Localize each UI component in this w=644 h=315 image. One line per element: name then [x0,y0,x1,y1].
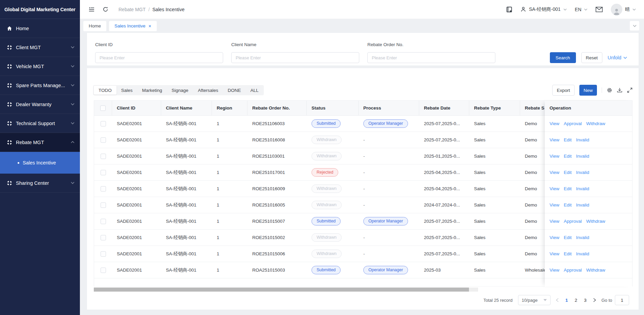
sidebar-item-sharing-center[interactable]: Sharing Center [0,174,80,193]
sidebar-item-spare-parts[interactable]: Spare Parts Manage... [0,76,80,95]
fullscreen-icon[interactable] [627,87,632,93]
prev-page-button[interactable] [556,298,559,302]
view-link[interactable]: View [550,186,559,191]
withdraw-link[interactable]: Withdraw [586,219,605,224]
view-link[interactable]: View [550,154,559,159]
edit-link[interactable]: Edit [564,154,572,159]
sidebar-item-rebate-mgt[interactable]: Rebate MGT [0,133,80,152]
sidebar-item-home[interactable]: Home [0,19,80,38]
invalid-link[interactable]: Invalid [576,235,589,240]
tab-home[interactable]: Home [83,21,106,31]
chevron-down-icon [584,8,587,11]
withdraw-link[interactable]: Withdraw [586,121,605,126]
page-size-select[interactable]: 10/page [518,295,551,305]
goto-page-input[interactable] [615,295,629,305]
view-link[interactable]: View [550,137,559,142]
cell-value: SA-经销商-001 [161,181,212,197]
cell-value: 1 [212,181,248,197]
language-switcher[interactable]: EN [575,7,587,12]
view-link[interactable]: View [550,235,559,240]
filter-todo[interactable]: TODO [94,86,116,95]
view-link[interactable]: View [550,202,559,208]
row-checkbox[interactable] [101,154,106,159]
scrollbar-thumb[interactable] [94,288,469,292]
invalid-link[interactable]: Invalid [576,186,589,191]
new-button[interactable]: New [579,85,597,96]
row-checkbox[interactable] [101,121,106,126]
row-checkbox[interactable] [101,268,106,273]
view-link[interactable]: View [550,268,559,273]
data-table: Client ID Client Name Region Rebate Orde… [94,100,632,287]
invalid-link[interactable]: Invalid [576,251,589,256]
page-tab-bar: Home Sales Incentive × [80,19,644,33]
sidebar-item-technical-support[interactable]: Technical Support [0,114,80,133]
rebate-order-no-input[interactable] [367,52,495,63]
cell-value: SADE02001 [112,262,161,278]
invalid-link[interactable]: Invalid [576,170,589,175]
filter-aftersales[interactable]: Aftersales [193,86,223,95]
search-button[interactable]: Search [550,52,576,63]
unfold-toggle[interactable]: Unfold [608,55,627,60]
filter-marketing[interactable]: Marketing [137,86,167,95]
filter-sales[interactable]: Sales [116,86,137,95]
approval-link[interactable]: Approval [564,121,582,126]
edit-link[interactable]: Edit [564,137,572,142]
row-checkbox[interactable] [101,202,106,208]
approval-link[interactable]: Approval [564,268,582,273]
edit-link[interactable]: Edit [564,251,572,256]
edit-link[interactable]: Edit [564,202,572,208]
reset-button[interactable]: Reset [581,52,602,63]
download-icon[interactable] [617,87,622,93]
status-badge: Withdrawn [312,184,342,193]
export-button[interactable]: Export [552,85,575,96]
page-1[interactable]: 1 [565,298,568,303]
menu-fold-icon[interactable] [89,7,94,12]
invalid-link[interactable]: Invalid [576,202,589,208]
operation-row: ViewEditInvalid [545,181,632,197]
mail-icon[interactable] [596,7,603,12]
edit-link[interactable]: Edit [564,186,572,191]
total-records: Total 25 record [484,298,513,303]
row-checkbox[interactable] [101,170,106,175]
gear-icon[interactable] [607,87,612,93]
view-link[interactable]: View [550,219,559,224]
view-link[interactable]: View [550,170,559,175]
invalid-link[interactable]: Invalid [576,154,589,159]
sidebar-subitem-sales-incentive[interactable]: Sales Incentive [0,152,80,174]
filter-signage[interactable]: Signage [167,86,193,95]
row-checkbox[interactable] [101,219,106,224]
process-empty: - [363,154,365,159]
filter-all[interactable]: ALL [245,86,263,95]
close-icon[interactable]: × [149,23,151,29]
view-link[interactable]: View [550,121,559,126]
view-link[interactable]: View [550,251,559,256]
withdraw-link[interactable]: Withdraw [586,268,605,273]
edit-link[interactable]: Edit [564,170,572,175]
next-page-button[interactable] [593,298,596,302]
select-all-checkbox[interactable] [100,105,106,111]
sidebar-item-vehicle-mgt[interactable]: Vehicle MGT [0,57,80,76]
sidebar-item-client-mgt[interactable]: Client MGT [0,38,80,57]
approval-link[interactable]: Approval [564,219,582,224]
refresh-icon[interactable] [103,6,108,12]
edit-link[interactable]: Edit [564,235,572,240]
breadcrumb-parent[interactable]: Rebate MGT [119,7,146,12]
sidebar-item-dealer-warranty[interactable]: Dealer Warranty [0,95,80,114]
invalid-link[interactable]: Invalid [576,137,589,142]
filter-done[interactable]: DONE [223,86,245,95]
tab-sales-incentive[interactable]: Sales Incentive × [109,21,157,31]
client-name-input[interactable] [231,52,359,63]
row-checkbox[interactable] [101,186,106,192]
row-checkbox[interactable] [101,137,106,143]
row-checkbox[interactable] [101,235,106,240]
manual-icon[interactable] [506,6,512,13]
row-checkbox[interactable] [101,251,106,257]
page-2[interactable]: 2 [575,298,577,303]
page-3[interactable]: 3 [584,298,587,303]
client-id-input[interactable] [95,52,223,63]
tab-list-collapse-button[interactable] [630,21,639,31]
user-menu[interactable]: 晴 [611,4,636,15]
cell-value: Sales [469,148,520,164]
chevron-down-icon [563,8,567,11]
tenant-switcher[interactable]: SA-经销商-001 [520,6,566,13]
